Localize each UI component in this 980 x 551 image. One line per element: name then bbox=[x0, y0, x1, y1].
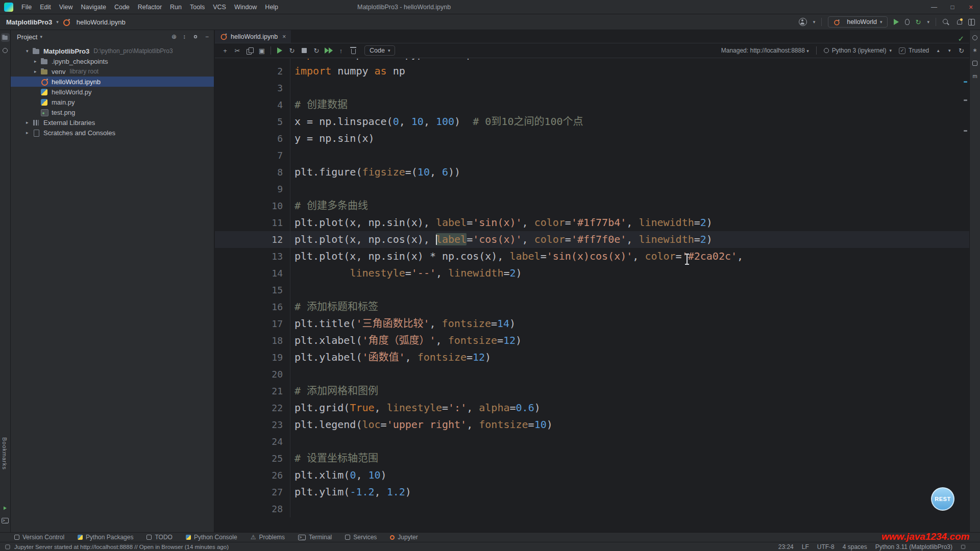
chevron-right-icon[interactable]: ▸ bbox=[26, 120, 33, 125]
code-line-8[interactable]: 8plt.figure(figsize=(10, 6)) bbox=[215, 164, 969, 181]
code-line-3[interactable]: 3 bbox=[215, 80, 969, 96]
tree-item-helloworld-py[interactable]: helloWorld.py bbox=[11, 87, 214, 97]
toolwindow-version-control[interactable]: Version Control bbox=[14, 534, 64, 541]
toolwindow-jupyter[interactable]: Jupyter bbox=[390, 534, 418, 541]
panel-options-gear-icon[interactable] bbox=[194, 35, 197, 38]
search-everywhere-icon[interactable] bbox=[942, 18, 950, 26]
tree-item-ipynb-checkpoints[interactable]: ▸.ipynb_checkpoints bbox=[11, 56, 214, 66]
toolwindow-toggle-icon[interactable] bbox=[6, 544, 10, 549]
code-line-23[interactable]: 23plt.legend(loc='upper right', fontsize… bbox=[215, 416, 969, 433]
close-tab-icon[interactable]: × bbox=[282, 33, 286, 40]
ai-assistant-toolwindow-button[interactable]: ∗ bbox=[971, 46, 979, 55]
tree-item-main-py[interactable]: main.py bbox=[11, 97, 214, 107]
menu-run[interactable]: Run bbox=[166, 0, 186, 14]
run-all-cells-icon[interactable] bbox=[323, 45, 335, 56]
python-interpreter[interactable]: Python 3.11 (MatplotlibPro3) bbox=[875, 543, 952, 550]
add-cell-icon[interactable]: + bbox=[219, 45, 231, 56]
paste-cell-icon[interactable]: ▣ bbox=[256, 45, 268, 56]
code-line-11[interactable]: 11plt.plot(x, np.sin(x), label='sin(x)',… bbox=[215, 214, 969, 231]
run-cell-and-restart-icon[interactable]: ↻ bbox=[286, 45, 298, 56]
toolwindow-terminal[interactable]: >_Terminal bbox=[298, 534, 332, 541]
toolwindow-python-console[interactable]: Python Console bbox=[186, 534, 237, 541]
scroll-to-cell-icon[interactable]: ↑ bbox=[335, 45, 347, 56]
code-editor[interactable]: 1import matplotlib.pyplot as plt2import … bbox=[215, 59, 969, 532]
menu-tools[interactable]: Tools bbox=[186, 0, 209, 14]
menu-code[interactable]: Code bbox=[110, 0, 134, 14]
code-line-7[interactable]: 7 bbox=[215, 147, 969, 164]
project-panel-title[interactable]: Project bbox=[17, 33, 37, 41]
code-line-2[interactable]: 2import numpy as np bbox=[215, 63, 969, 80]
jupyter-server-select[interactable]: Managed: http://localhost:8888 ▾ bbox=[721, 47, 809, 54]
trusted-checkbox[interactable]: ✓ Trusted bbox=[899, 47, 929, 54]
status-message[interactable]: Jupyter Server started at http://localho… bbox=[14, 544, 229, 550]
file-encoding[interactable]: UTF-8 bbox=[817, 543, 835, 550]
chevron-right-icon[interactable]: ▸ bbox=[34, 59, 41, 64]
run-button[interactable] bbox=[894, 19, 899, 25]
database-toolwindow-button[interactable] bbox=[971, 59, 979, 67]
commit-toolwindow-button[interactable] bbox=[1, 46, 10, 55]
menu-view[interactable]: View bbox=[55, 0, 77, 14]
code-line-6[interactable]: 6y = np.sin(x) bbox=[215, 130, 969, 147]
code-line-15[interactable]: 15 bbox=[215, 282, 969, 298]
error-stripe-mark[interactable] bbox=[964, 130, 967, 132]
maximize-button[interactable]: □ bbox=[943, 0, 962, 14]
code-line-24[interactable]: 24 bbox=[215, 433, 969, 450]
menu-refactor[interactable]: Refactor bbox=[134, 0, 166, 14]
chevron-right-icon[interactable]: ▸ bbox=[26, 130, 33, 135]
locate-file-icon[interactable]: ⊕ bbox=[172, 33, 177, 40]
code-line-22[interactable]: 22plt.grid(True, linestyle=':', alpha=0.… bbox=[215, 399, 969, 416]
menu-help[interactable]: Help bbox=[261, 0, 282, 14]
chevron-right-icon[interactable]: ▸ bbox=[34, 69, 41, 74]
toolwindow-python-packages[interactable]: Python Packages bbox=[78, 534, 133, 541]
code-line-19[interactable]: 19plt.ylabel('函数值', fontsize=12) bbox=[215, 349, 969, 366]
delete-cell-icon[interactable] bbox=[347, 45, 359, 56]
tree-item-test-png[interactable]: test.png bbox=[11, 107, 214, 117]
code-line-25[interactable]: 25# 设置坐标轴范围 bbox=[215, 450, 969, 467]
code-line-9[interactable]: 9 bbox=[215, 181, 969, 197]
run-configuration-select[interactable]: helloWorld ▾ bbox=[828, 16, 887, 28]
project-widget[interactable]: MatplotlibPro3 bbox=[6, 18, 52, 26]
tree-item-external-libraries[interactable]: ▸External Libraries bbox=[11, 117, 214, 128]
code-line-1[interactable]: 1import matplotlib.pyplot as plt bbox=[215, 59, 969, 63]
chevron-down-icon[interactable]: ▾ bbox=[26, 48, 33, 54]
code-line-26[interactable]: 26plt.xlim(0, 10) bbox=[215, 467, 969, 484]
code-line-4[interactable]: 4# 创建数据 bbox=[215, 96, 969, 113]
layout-settings-icon[interactable] bbox=[968, 19, 975, 26]
terminal-toolwindow-button[interactable]: >_ bbox=[1, 516, 10, 525]
tree-item-matplotlibpro3[interactable]: ▾MatplotlibPro3D:\python_pro\MatplotlibP… bbox=[11, 46, 214, 56]
chevron-down-icon[interactable]: ▾ bbox=[40, 34, 42, 39]
hide-panel-icon[interactable]: − bbox=[205, 33, 209, 40]
kernel-select[interactable]: Python 3 (ipykernel) ▾ bbox=[824, 47, 892, 54]
toolwindow-problems[interactable]: ⚠Problems bbox=[251, 534, 285, 541]
code-line-13[interactable]: 13plt.plot(x, np.sin(x) * np.cos(x), lab… bbox=[215, 248, 969, 265]
bookmarks-toolwindow-button[interactable]: Bookmarks bbox=[2, 437, 8, 470]
menu-vcs[interactable]: VCS bbox=[209, 0, 230, 14]
rerun-button[interactable]: ↻ bbox=[916, 18, 921, 26]
code-line-27[interactable]: 27plt.ylim(-1.2, 1.2) bbox=[215, 484, 969, 500]
minimize-button[interactable]: — bbox=[925, 0, 943, 14]
more-run-actions-chevron-icon[interactable]: ▾ bbox=[927, 19, 929, 24]
restart-kernel-icon[interactable]: ↻ bbox=[310, 45, 323, 56]
navigate-down-icon[interactable]: ▼ bbox=[947, 48, 951, 53]
code-line-14[interactable]: 14 linestyle='--', linewidth=2) bbox=[215, 265, 969, 282]
code-line-5[interactable]: 5x = np.linspace(0, 10, 100) # 0到10之间的10… bbox=[215, 113, 969, 130]
cut-cell-icon[interactable]: ✂ bbox=[231, 45, 243, 56]
project-toolwindow-button[interactable] bbox=[1, 33, 10, 42]
code-line-20[interactable]: 20 bbox=[215, 366, 969, 383]
menu-window[interactable]: Window bbox=[230, 0, 261, 14]
toolwindow-todo[interactable]: TODO bbox=[146, 534, 172, 541]
code-line-17[interactable]: 17plt.title('三角函数比较', fontsize=14) bbox=[215, 315, 969, 332]
notifications-toolwindow-button[interactable] bbox=[971, 33, 979, 42]
code-line-18[interactable]: 18plt.xlabel('角度（弧度）', fontsize=12) bbox=[215, 332, 969, 349]
breadcrumb[interactable]: helloWorld.ipynb bbox=[63, 18, 126, 26]
run-toolwindow-button[interactable] bbox=[1, 504, 10, 512]
menu-navigate[interactable]: Navigate bbox=[77, 0, 110, 14]
tab-helloworld-ipynb[interactable]: helloWorld.ipynb × bbox=[215, 30, 291, 43]
code-line-28[interactable]: 28 bbox=[215, 500, 969, 517]
expand-collapse-icon[interactable]: ↕ bbox=[183, 33, 186, 40]
toolwindow-services[interactable]: Services bbox=[345, 534, 377, 541]
inspections-ok-icon[interactable]: ✓ bbox=[958, 34, 964, 43]
run-cell-icon[interactable] bbox=[274, 45, 286, 56]
checkbox-icon[interactable]: ✓ bbox=[899, 47, 905, 54]
line-separator[interactable]: LF bbox=[802, 543, 809, 550]
